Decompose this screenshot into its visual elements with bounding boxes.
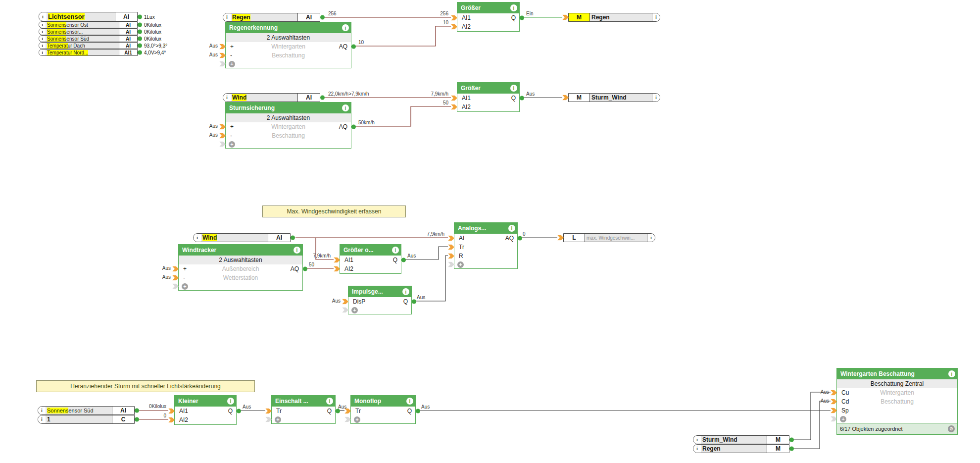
comment-box[interactable]: Heranziehender Sturm mit schneller Licht… xyxy=(36,380,255,392)
info-icon[interactable]: i xyxy=(406,398,413,405)
regen-input[interactable]: iRegenAI xyxy=(223,13,320,22)
output-dot[interactable] xyxy=(138,44,142,48)
kleiner[interactable]: KleineriAI1QAI2 xyxy=(174,395,237,425)
info-icon[interactable]: i xyxy=(647,234,655,242)
m-regen[interactable]: MRegeni xyxy=(568,13,660,22)
wind-input[interactable]: iWindAI xyxy=(223,93,320,102)
sonnensensor-sued[interactable]: iSonnensensor SüdAI xyxy=(38,406,135,415)
add-input-icon[interactable]: + xyxy=(351,307,358,313)
add-input-icon[interactable]: + xyxy=(354,416,360,423)
info-icon[interactable]: i xyxy=(402,288,409,295)
sensor-value: 0Kilolux xyxy=(144,36,161,42)
output-dot[interactable] xyxy=(237,409,241,413)
block-header: Analogs...i xyxy=(454,223,517,234)
info-icon[interactable]: i xyxy=(38,415,46,423)
windtracker[interactable]: Windtrackeri2 AuswahltastenAus+Außenbere… xyxy=(178,244,303,291)
output-dot[interactable] xyxy=(789,447,794,451)
block-title: Kleiner xyxy=(178,398,198,405)
sturm-wind-mem[interactable]: iSturm_WindM xyxy=(693,435,789,444)
output-dot[interactable] xyxy=(138,37,142,41)
output-dot[interactable] xyxy=(135,417,139,422)
output-dot[interactable] xyxy=(138,14,142,19)
groesser-o[interactable]: Größer o...iAI1QAI2 xyxy=(340,244,401,274)
info-icon[interactable]: i xyxy=(39,29,46,35)
wind-input-2[interactable]: iWindAI xyxy=(193,233,291,242)
info-icon[interactable]: i xyxy=(223,94,231,102)
output-dot[interactable] xyxy=(303,267,307,271)
pill-name: Sonnensensor Süd xyxy=(46,36,119,42)
output-dot[interactable] xyxy=(520,96,524,101)
info-icon[interactable]: i xyxy=(194,234,201,242)
groesser-2[interactable]: GrößeriAI1QAI2 xyxy=(457,82,520,112)
info-icon[interactable]: i xyxy=(508,225,515,232)
info-icon[interactable]: i xyxy=(392,247,399,254)
add-input-icon[interactable]: + xyxy=(229,61,235,67)
info-icon[interactable]: i xyxy=(342,24,349,31)
gear-icon[interactable]: ⚙ xyxy=(948,425,955,432)
info-icon[interactable]: i xyxy=(652,94,660,102)
add-input-icon[interactable]: + xyxy=(182,283,188,290)
lichtsensor[interactable]: iLichtsensorAI1Lux xyxy=(39,12,138,21)
groesser-1[interactable]: GrößeriAI1QAI2 xyxy=(457,2,520,32)
wintergarten-beschattung[interactable]: Wintergarten BeschattungiBeschattung Zen… xyxy=(836,368,958,435)
sonnensensor-sued-list[interactable]: iSonnensensor SüdAI0Kilolux xyxy=(39,35,138,42)
add-input-icon[interactable]: + xyxy=(457,261,464,268)
m-sturm-wind[interactable]: MSturm_Windi xyxy=(568,93,660,102)
output-dot[interactable] xyxy=(518,236,522,241)
analogspeicher[interactable]: Analogs...iAIAQTrR+ xyxy=(454,222,518,269)
comment-box[interactable]: Max. Windgeschwindigkeit erfassen xyxy=(262,206,406,217)
temperatur-nord[interactable]: iTemperatur Nord...AI14,0V>9,4° xyxy=(39,49,138,56)
impulsgeber[interactable]: Impulsge...iAusDisPQ+ xyxy=(348,286,412,314)
einschaltverzoegerung[interactable]: Einschalt ...iTrQ+ xyxy=(271,395,336,424)
output-dot[interactable] xyxy=(789,438,794,442)
info-icon[interactable]: i xyxy=(223,13,231,21)
output-dot[interactable] xyxy=(291,236,295,240)
monoflop[interactable]: MonoflopiTrQ+ xyxy=(350,395,416,424)
output-dot[interactable] xyxy=(138,51,142,55)
info-icon[interactable]: i xyxy=(39,12,47,21)
output-dot[interactable] xyxy=(320,15,325,20)
info-icon[interactable]: i xyxy=(39,22,46,28)
output-dot[interactable] xyxy=(416,409,420,413)
block-title: Regenerkennung xyxy=(229,24,278,31)
info-icon[interactable]: i xyxy=(39,36,46,42)
output-dot[interactable] xyxy=(320,96,325,100)
assigned-room-label: Wintergarten xyxy=(226,43,351,50)
output-dot[interactable] xyxy=(138,23,142,27)
info-icon[interactable]: i xyxy=(38,407,46,414)
wire-value-label: 22,0km/h>7,9km/h xyxy=(328,91,369,97)
output-dot[interactable] xyxy=(401,258,406,262)
add-input-icon[interactable]: + xyxy=(840,416,846,422)
block-subtitle-row: 2 Auswahltasten xyxy=(226,33,351,42)
info-icon[interactable]: i xyxy=(294,247,300,254)
info-icon[interactable]: i xyxy=(652,13,660,21)
konstante-1[interactable]: i1C xyxy=(38,415,135,424)
regenerkennung[interactable]: Regenerkennungi2 AuswahltastenAus+Winter… xyxy=(225,22,351,68)
info-icon[interactable]: i xyxy=(342,104,349,111)
type-tag: AI xyxy=(119,29,137,35)
output-dot[interactable] xyxy=(520,16,524,20)
info-icon[interactable]: i xyxy=(227,398,234,405)
output-dot[interactable] xyxy=(138,30,142,34)
sturmsicherung[interactable]: Sturmsicherungi2 AuswahltastenAus+Winter… xyxy=(225,102,351,149)
info-icon[interactable]: i xyxy=(510,85,517,92)
add-input-icon[interactable]: + xyxy=(229,141,235,148)
info-icon[interactable]: i xyxy=(39,43,46,49)
info-icon[interactable]: i xyxy=(693,445,701,453)
output-dot[interactable] xyxy=(351,125,356,129)
temperatur-dach[interactable]: iTemperatur DachAI93,0°>9,3° xyxy=(39,42,138,49)
wire[interactable] xyxy=(354,26,451,46)
info-icon[interactable]: i xyxy=(948,370,955,377)
output-dot[interactable] xyxy=(412,300,416,304)
sonnensensor-ost[interactable]: iSonnensensor OstAI0Kilolux xyxy=(39,21,138,28)
output-dot[interactable] xyxy=(351,45,356,49)
add-input-icon[interactable]: + xyxy=(275,416,281,423)
info-icon[interactable]: i xyxy=(39,50,46,55)
info-icon[interactable]: i xyxy=(693,436,701,444)
info-icon[interactable]: i xyxy=(326,398,333,405)
sonnensensor-2[interactable]: iSonnensensor...AI0Kilolux xyxy=(39,28,138,35)
l-maxwind[interactable]: Lmax. Windgeschwin...i xyxy=(563,233,655,242)
output-dot[interactable] xyxy=(135,409,139,413)
info-icon[interactable]: i xyxy=(510,4,517,11)
regen-mem[interactable]: iRegenM xyxy=(693,444,789,453)
